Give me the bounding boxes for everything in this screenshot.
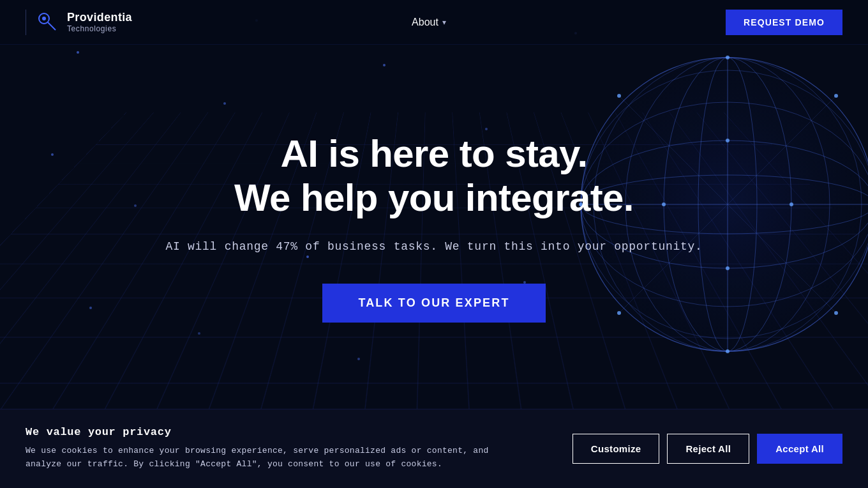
- nav-links: About ▾: [401, 11, 456, 33]
- cookie-title: We value your privacy: [26, 426, 511, 438]
- cookie-banner: We value your privacy We use cookies to …: [0, 409, 868, 488]
- svg-point-26: [42, 17, 46, 20]
- chevron-down-icon: ▾: [442, 18, 446, 27]
- request-demo-button[interactable]: REQUEST DEMO: [726, 10, 842, 35]
- hero-subtitle: AI will change 47% of business tasks. We…: [165, 240, 702, 253]
- logo-subtitle: Technologies: [67, 24, 132, 33]
- svg-line-27: [48, 22, 56, 30]
- logo-icon: [36, 11, 59, 34]
- hero-title-line2: We help you integrate.: [234, 176, 634, 220]
- logo-area: Providentia Technologies: [26, 10, 132, 35]
- navbar: Providentia Technologies About ▾ REQUEST…: [0, 0, 868, 45]
- cookie-text-area: We value your privacy We use cookies to …: [26, 426, 511, 471]
- logo-text: Providentia Technologies: [67, 11, 132, 34]
- talk-to-expert-button[interactable]: TALK TO OUR EXPERT: [322, 284, 545, 323]
- hero-section: AI is here to stay. We help you integrat…: [0, 45, 868, 409]
- accept-all-button[interactable]: Accept All: [757, 434, 842, 464]
- customize-button[interactable]: Customize: [572, 434, 660, 464]
- logo-divider: [26, 10, 26, 35]
- reject-all-button[interactable]: Reject All: [667, 434, 749, 464]
- about-menu[interactable]: About ▾: [401, 11, 456, 33]
- hero-title-line1: AI is here to stay.: [281, 132, 588, 176]
- cookie-buttons: Customize Reject All Accept All: [572, 434, 842, 464]
- logo-brand: Providentia: [67, 11, 132, 25]
- cookie-body: We use cookies to enhance your browsing …: [26, 445, 511, 471]
- about-label: About: [412, 17, 438, 28]
